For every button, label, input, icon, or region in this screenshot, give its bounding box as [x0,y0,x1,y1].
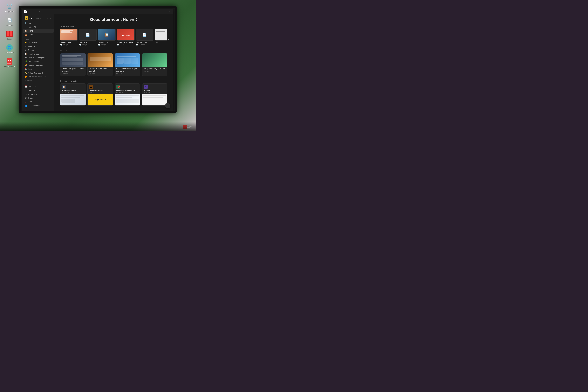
card-cloudmounter[interactable]: 📄 CloudMounter 🕐 22m ago [136,29,154,46]
more-options-button[interactable]: ··· [155,10,157,13]
svg-rect-7 [6,58,12,65]
marketing-by: By Notion [116,92,138,93]
sidebar-item-trash[interactable]: 🗑 Trash [23,96,54,100]
sidebar-item-notes-dashboard[interactable]: ✏️ Notes Dashboard [23,71,54,75]
invite-label: Invite members [28,104,41,107]
learn-card-1[interactable]: The ultimate guide to Notion templates 5… [60,53,86,76]
workspace-edit-button[interactable]: ✎ [49,16,52,20]
learn-card-4[interactable]: Using Notion AI your impact 3m read [142,53,168,76]
learn-card-3-meta: 8m read [116,73,138,74]
template-card-brand[interactable]: ✦ Brand A... By Notion [142,84,168,106]
calendar-icon: 📅 [24,85,27,88]
desktop-icon-recycle-bin[interactable]: 🗑️ Recycle Bin [4,3,14,12]
notes-dashboard-label: Notes Dashboard [28,72,43,74]
content-ideas-icon: 🌿 [24,60,27,62]
xda-watermark: XDA [183,125,192,129]
search-icon: 🔍 [24,22,27,24]
brand-by: By Notion [144,92,166,93]
content-ideas-label: Content ideas [28,60,40,62]
card-reading-list-title: Reading List [98,42,116,44]
sidebar-item-inbox[interactable]: 📥 Inbox [23,33,54,36]
card-notion-ai[interactable]: Notion ai... [155,29,168,46]
learn-card-2-meta: 9m read [89,73,111,74]
help-icon: ❓ [24,100,27,103]
workspace-header[interactable]: N Nolen J's Notion ▾ ✎ [23,16,54,21]
scroll-to-top-button[interactable]: ? [165,103,170,108]
desktop-icon-shortcuts[interactable]: 📄 shortcuts [4,17,14,26]
reading-list-icon: 📋 [24,53,27,55]
sidebar-item-home[interactable]: 🏠 Home [23,29,54,33]
greeting: Good afternoon, Nolen J [60,17,168,22]
invite-members-button[interactable]: 👥 Invite members [23,104,54,108]
sidebar-item-task-list[interactable]: ☑ Task List [23,44,54,48]
card-freelancer[interactable]: MYWORKSPACE Freelancer Workspace 🕐 17h a… [117,29,134,46]
close-button[interactable]: ✕ [168,10,172,14]
sidebar-item-reading-list[interactable]: 📋 Reading List [23,52,54,56]
sidebar-item-calendar[interactable]: 📅 Calendar [23,84,54,88]
inbox-label: Inbox [28,34,33,36]
maximize-button[interactable]: □ [164,10,167,14]
sidebar-item-library[interactable]: 📚 library [23,67,54,71]
desktop-icon-fancontrol[interactable]: 🌀 FanControl [4,44,14,54]
sidebar-more-button[interactable]: ••• More [23,78,54,82]
workspace-name: Nolen J's Notion [29,17,46,19]
sidebar-item-content-ideas[interactable]: 🌿 Content ideas [23,60,54,63]
card-new-page[interactable]: 📄 New page 🕐 9m ago [79,29,96,46]
back-button[interactable]: ← [28,10,32,14]
template-card-design[interactable]: 🖼 Design Portfolio By Notion Design Port… [88,84,113,106]
card-freelancer-title: Freelancer Workspace [117,42,134,44]
workspace-chevron: ▾ [47,17,48,19]
clock-small-icon-4: 🕐 [117,44,119,46]
card-reading-list[interactable]: 📋 Reading List 🕐 9m ago [98,29,116,46]
minimize-button[interactable]: — [159,10,162,14]
card-cloudmounter-thumb: 📄 [136,29,154,40]
sidebar-item-notion-ai[interactable]: ✦ Notion AI [23,25,54,29]
card-cloudmounter-meta: 🕐 22m ago [136,44,154,46]
template-card-marketing[interactable]: 📌 Marketing Mood Board By Notion [115,84,140,106]
marketing-thumb [115,94,140,106]
desktop-icon-speccy[interactable]: Speccy [4,30,14,40]
recently-visited-label: Recently visited [63,26,75,28]
card-content-ideas[interactable]: Content ideas 🕐 9m ago [60,29,78,46]
projects-thumb [60,94,86,106]
card-notion-ai-title: Notion ai... [155,42,168,44]
sidebar-item-freelancer-workspace[interactable]: 🟠 Freelancer Workspace [23,75,54,78]
app-body: N Nolen J's Notion ▾ ✎ 🔍 Search ✦ Notion… [22,14,173,111]
speccy-label: Speccy [7,38,12,40]
template-card-projects[interactable]: 📋 Projects & Tasks By Notion [60,84,86,106]
library-label: library [28,68,33,70]
sidebar-item-templates[interactable]: ◫ Templates [23,92,54,96]
desktop-icon-pdf[interactable]: PDF Reg_59709937 [4,58,14,67]
settings-label: Settings [28,89,35,92]
settings-icon: ⚙ [24,89,27,92]
learn-card-2[interactable]: Customize & style your content 9m read [88,53,113,76]
home-icon: 🏠 [24,30,27,32]
learn-thumb-2 [88,54,113,66]
learn-thumb-3 [115,54,140,66]
sidebar-item-quick-note[interactable]: ⚡ Quick Note [23,40,54,44]
shortcuts-label: shortcuts [6,24,13,26]
sidebar-item-search[interactable]: 🔍 Search [23,21,54,25]
svg-rect-4 [10,34,12,36]
freelancer-workspace-icon: 🟠 [24,76,27,78]
card-freelancer-thumb: MYWORKSPACE [117,29,134,40]
invite-icon: 👥 [24,104,27,107]
sidebar-item-settings[interactable]: ⚙ Settings [23,88,54,92]
window-controls: — □ ✕ [159,10,172,14]
sidebar-item-weekly-todo[interactable]: 🌈 Weekly To-Do List [23,63,54,67]
sidebar-item-view-reading-list[interactable]: 👁 View of Reading List [23,56,54,60]
trash-icon: 🗑 [24,97,27,99]
list-icon: 📋 [104,33,109,37]
learn-card-3[interactable]: Getting started with projects and tasks … [115,53,140,76]
sidebar-item-journal[interactable]: ▦ Journal [23,48,54,52]
sidebar-item-help[interactable]: ❓ Help [23,100,54,104]
notion-window: N ← → + ··· — □ ✕ [22,9,173,111]
svg-text:🌀: 🌀 [8,45,12,49]
weekly-todo-label: Weekly To-Do List [28,64,43,66]
forward-button[interactable]: → [33,10,36,14]
learn-card-4-meta: 3m read [144,70,166,72]
add-tab-button[interactable]: + [38,10,41,14]
card-content-ideas-thumb [60,29,78,40]
projects-icon: 📋 [62,85,66,89]
learn-card-2-title: Customize & style your content [89,68,111,72]
